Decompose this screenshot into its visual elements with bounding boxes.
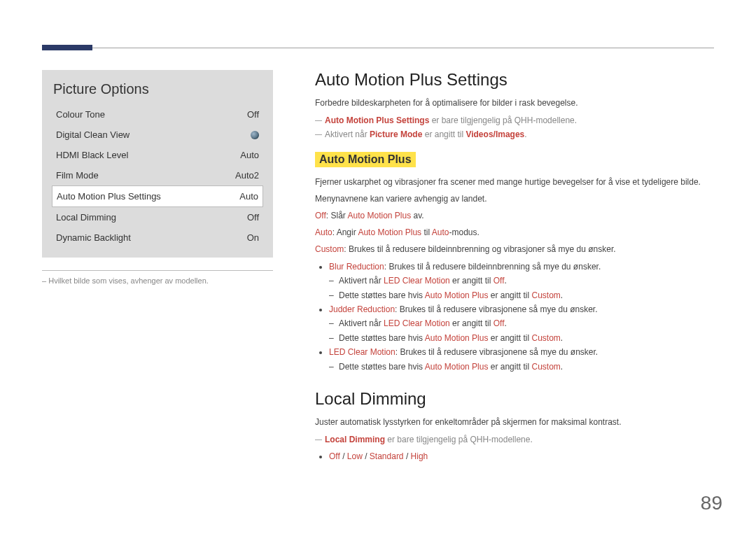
local-dimming-options: Off / Low / Standard / High <box>315 449 714 463</box>
right-column: Auto Motion Plus Settings Forbedre bilde… <box>315 70 714 467</box>
amp-sub-desc2: Menynavnene kan variere avhengig av land… <box>315 192 714 205</box>
header-rule <box>42 48 714 48</box>
judder-reduction-item: Judder Reduction: Brukes til å redusere … <box>329 302 714 345</box>
amp-intro: Forbedre bildeskarpheten for å optimalis… <box>315 97 714 109</box>
page-content: Picture Options Colour ToneOffDigital Cl… <box>42 70 714 467</box>
menu-row-label: Auto Motion Plus Settings <box>57 192 161 201</box>
page-number: 89 <box>701 492 722 514</box>
menu-row-label: Digital Clean View <box>56 130 130 139</box>
menu-row[interactable]: Auto Motion Plus SettingsAuto <box>52 185 263 207</box>
menu-row[interactable]: HDMI Black LevelAuto <box>52 145 263 165</box>
amp-availability-note: Auto Motion Plus Settings er bare tilgje… <box>315 113 714 127</box>
menu-row-value: On <box>247 233 259 242</box>
menu-title: Picture Options <box>53 81 262 97</box>
led-note-1: Dette støttes bare hvis Auto Motion Plus… <box>329 360 714 374</box>
left-column: Picture Options Colour ToneOffDigital Cl… <box>42 70 273 467</box>
amp-off-row: Off: Slår Auto Motion Plus av. <box>315 209 714 222</box>
picture-options-menu: Picture Options Colour ToneOffDigital Cl… <box>42 70 273 258</box>
left-divider <box>42 270 273 271</box>
judder-note-2: Dette støttes bare hvis Auto Motion Plus… <box>329 331 714 345</box>
local-dimming-heading: Local Dimming <box>315 389 714 409</box>
menu-rows: Colour ToneOffDigital Clean ViewHDMI Bla… <box>52 104 263 248</box>
menu-row-label: Colour Tone <box>56 110 105 119</box>
blur-note-2: Dette støttes bare hvis Auto Motion Plus… <box>329 288 714 302</box>
section-indicator <box>42 45 92 50</box>
image-model-note: – Hvilket bilde som vises, avhenger av m… <box>42 276 273 285</box>
menu-row[interactable]: Local DimmingOff <box>52 207 263 227</box>
menu-row-value: Auto2 <box>235 171 259 180</box>
menu-row-value: Auto <box>239 192 258 201</box>
menu-row-value: Auto <box>240 150 259 160</box>
amp-picture-mode-note: Aktivert når Picture Mode er angitt til … <box>315 127 714 141</box>
amp-auto-row: Auto: Angir Auto Motion Plus til Auto-mo… <box>315 226 714 239</box>
amp-sub-heading: Auto Motion Plus <box>315 152 416 167</box>
menu-row-label: HDMI Black Level <box>56 150 128 160</box>
judder-note-1: Aktivert når LED Clear Motion er angitt … <box>329 316 714 330</box>
menu-row[interactable]: Film ModeAuto2 <box>52 165 263 185</box>
menu-row-label: Dynamic Backlight <box>56 233 131 242</box>
menu-row[interactable]: Dynamic BacklightOn <box>52 227 263 248</box>
amp-sub-desc1: Fjerner uskarphet og vibrasjoner fra sce… <box>315 176 714 188</box>
menu-row-value: Off <box>247 110 259 119</box>
menu-row-value: Off <box>247 213 259 222</box>
local-dimming-intro: Juster automatisk lysstyrken for enkelto… <box>315 416 714 428</box>
local-dimming-option-values: Off / Low / Standard / High <box>329 449 714 463</box>
amp-custom-suboptions: Blur Reduction: Brukes til å redusere bi… <box>315 260 714 374</box>
menu-row-label: Local Dimming <box>56 213 116 222</box>
local-dimming-availability-note: Local Dimming er bare tilgjengelig på QH… <box>315 433 714 447</box>
amp-custom-row: Custom: Brukes til å redusere bildeinnbr… <box>315 243 714 255</box>
amp-settings-heading: Auto Motion Plus Settings <box>315 70 714 90</box>
led-clear-motion-item: LED Clear Motion: Brukes til å redusere … <box>329 345 714 374</box>
menu-row[interactable]: Colour ToneOff <box>52 104 263 125</box>
blur-reduction-item: Blur Reduction: Brukes til å redusere bi… <box>329 260 714 302</box>
toggle-icon[interactable] <box>251 131 259 139</box>
menu-row[interactable]: Digital Clean View <box>52 125 263 145</box>
menu-row-label: Film Mode <box>56 171 99 180</box>
blur-note-1: Aktivert når LED Clear Motion er angitt … <box>329 274 714 288</box>
